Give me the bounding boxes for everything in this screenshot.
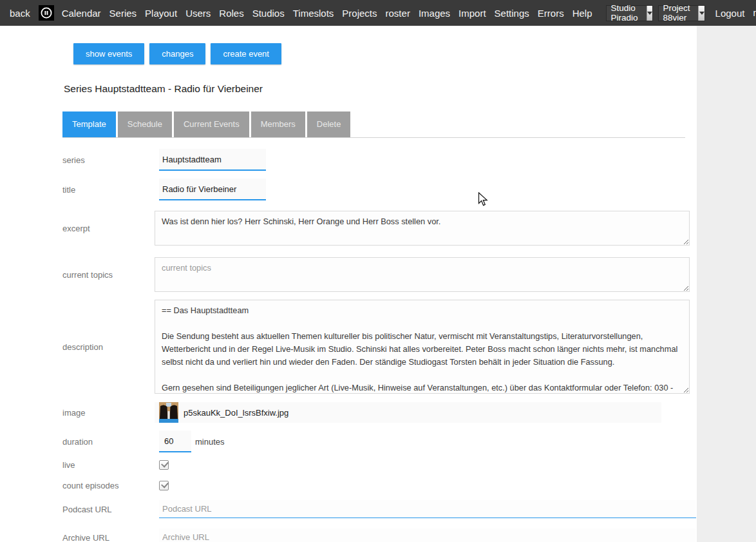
nav-back-link[interactable]: back [10,8,30,19]
top-nav: back Calendar Series Playout Users Roles… [0,0,756,26]
excerpt-label: excerpt [62,224,155,233]
tab-current-events[interactable]: Current Events [174,111,249,137]
app-window: back Calendar Series Playout Users Roles… [0,0,756,542]
image-label: image [62,408,155,418]
studio-select[interactable]: Studio Piradio [606,5,653,21]
form-row-count-episodes: count episodes [62,478,697,492]
count-episodes-checkbox[interactable] [159,481,169,490]
page-title: Series Hauptstadtteam - Radio für Vierbe… [64,83,697,95]
duration-unit-label: minutes [195,437,225,447]
nav-item-users[interactable]: Users [185,8,211,19]
current-topics-textarea[interactable] [155,257,690,292]
project-select-value: Project 88vier [659,3,699,23]
form-row-duration: duration minutes [62,431,697,452]
nav-item-settings[interactable]: Settings [495,8,529,19]
series-template-form: series title excerpt Was ist denn hier l… [0,148,697,542]
form-row-description: description == Das Hauptstadtteam Die Se… [62,300,697,394]
image-field: p5skauKk_DoI_lsrsBfxiw.jpg [155,402,661,423]
changes-button[interactable]: changes [149,43,205,64]
description-textarea[interactable]: == Das Hauptstadtteam Die Sendung besteh… [155,300,690,394]
live-label: live [62,460,155,470]
show-events-button[interactable]: show events [73,43,144,64]
podcast-url-input[interactable] [159,500,696,518]
chevron-down-icon[interactable] [647,6,652,21]
action-toolbar: show events changes create event [73,43,697,64]
tab-bar: Template Schedule Current Events Members… [62,111,685,138]
page-background-strip [697,26,756,542]
form-row-image: image p5skauKk_DoI_lsrsBfxiw.jpg [62,402,697,423]
tab-members[interactable]: Members [251,111,305,137]
live-checkbox[interactable] [159,460,169,470]
nav-item-help[interactable]: Help [572,8,592,19]
image-thumbnail[interactable] [159,402,178,423]
form-row-title: title [62,178,697,201]
archive-url-input[interactable] [159,528,696,542]
nav-item-calendar[interactable]: Calendar [62,8,101,19]
nav-item-timeslots[interactable]: Timeslots [293,8,334,19]
studio-select-value: Studio Piradio [607,3,647,23]
form-row-series: series [62,148,697,171]
nav-item-images[interactable]: Images [419,8,450,19]
title-input[interactable] [159,179,266,200]
duration-input[interactable] [159,431,191,452]
logout-link[interactable]: Logout [715,8,745,19]
chevron-down-icon[interactable] [698,6,704,21]
duration-label: duration [62,437,155,447]
archive-url-label: Archive URL [62,533,155,542]
title-label: title [62,185,155,195]
main-content: show events changes create event Series … [0,26,697,542]
nav-item-studios[interactable]: Studios [252,8,285,19]
piradio-logo-icon[interactable] [39,5,54,21]
podcast-url-label: Podcast URL [62,505,155,514]
nav-item-import[interactable]: Import [458,8,486,19]
series-input[interactable] [159,149,266,171]
current-topics-label: current topics [62,270,155,280]
nav-right-group: Studio Piradio Project 88vier Logout mil… [601,5,756,21]
nav-item-errors[interactable]: Errors [538,8,564,19]
nav-item-roles[interactable]: Roles [219,8,243,19]
nav-item-series[interactable]: Series [109,8,137,19]
form-row-live: live [62,458,697,472]
count-episodes-label: count episodes [62,481,155,490]
nav-item-projects[interactable]: Projects [342,8,377,19]
tab-schedule[interactable]: Schedule [118,111,172,137]
form-row-archive-url: Archive URL [62,528,697,542]
tab-template[interactable]: Template [62,111,116,137]
form-row-podcast-url: Podcast URL [62,500,697,518]
form-row-excerpt: excerpt Was ist denn hier los? Herr Schi… [62,211,697,246]
tab-delete[interactable]: Delete [307,111,351,137]
logged-in-username: milan [753,8,756,18]
series-label: series [62,155,155,165]
excerpt-textarea[interactable]: Was ist denn hier los? Herr Schinski, He… [155,211,690,246]
description-label: description [62,342,155,352]
form-row-current-topics: current topics [62,257,697,292]
nav-item-playout[interactable]: Playout [145,8,177,19]
image-filename-link[interactable]: p5skauKk_DoI_lsrsBfxiw.jpg [184,408,288,418]
project-select[interactable]: Project 88vier [658,5,705,21]
nav-item-roster[interactable]: roster [386,8,410,19]
create-event-button[interactable]: create event [211,43,281,64]
